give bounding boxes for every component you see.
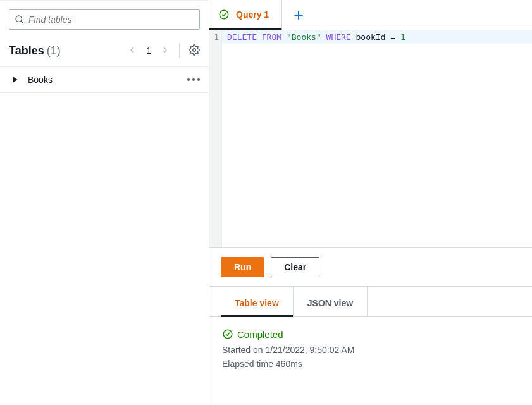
keyword: FROM bbox=[262, 32, 281, 42]
query-tabs: Query 1 bbox=[209, 0, 532, 30]
number: 1 bbox=[400, 32, 405, 42]
keyword: WHERE bbox=[326, 32, 351, 42]
svg-point-4 bbox=[220, 10, 228, 19]
svg-point-7 bbox=[223, 330, 232, 339]
run-button[interactable]: Run bbox=[221, 257, 264, 277]
more-button[interactable] bbox=[187, 78, 200, 81]
code-editor[interactable]: 1 DELETE FROM "Books" WHERE bookId = 1 bbox=[209, 30, 532, 247]
pager-number: 1 bbox=[146, 46, 151, 56]
search-container bbox=[0, 1, 209, 37]
caret-right-icon bbox=[11, 76, 19, 84]
result-tabs: Table view JSON view bbox=[209, 287, 532, 317]
status-label: Completed bbox=[237, 329, 283, 340]
divider bbox=[179, 44, 180, 58]
editor-rest bbox=[222, 44, 532, 247]
line-number: 1 bbox=[209, 30, 222, 44]
status-block: Completed Started on 1/21/2022, 9:50:02 … bbox=[209, 317, 532, 384]
table-name: Books bbox=[28, 75, 53, 85]
search-input[interactable] bbox=[28, 15, 194, 25]
tables-count: (1) bbox=[47, 44, 61, 58]
string: "Books" bbox=[287, 32, 321, 42]
table-row[interactable]: Books bbox=[0, 67, 209, 93]
tab-json-view[interactable]: JSON view bbox=[294, 287, 368, 317]
add-tab-button[interactable] bbox=[282, 0, 315, 30]
settings-button[interactable] bbox=[189, 44, 200, 58]
clear-button[interactable]: Clear bbox=[271, 257, 319, 277]
tab-label: Query 1 bbox=[236, 9, 269, 20]
pager: 1 bbox=[127, 44, 200, 58]
svg-marker-3 bbox=[13, 77, 17, 83]
code-content: DELETE FROM "Books" WHERE bookId = 1 bbox=[222, 30, 532, 44]
sidebar: Tables (1) 1 Books bbox=[0, 0, 209, 405]
identifier: bookId = bbox=[356, 32, 396, 42]
plus-icon bbox=[292, 9, 305, 22]
code-line: 1 DELETE FROM "Books" WHERE bookId = 1 bbox=[209, 30, 532, 44]
svg-point-2 bbox=[193, 48, 196, 51]
gear-icon bbox=[189, 44, 200, 56]
pager-prev[interactable] bbox=[127, 45, 137, 57]
status-line: Completed bbox=[222, 328, 519, 340]
main: Query 1 1 DELETE FROM "Books" WHERE b bbox=[209, 0, 532, 405]
editor-empty-area[interactable] bbox=[209, 44, 532, 247]
tables-title: Tables bbox=[9, 44, 44, 58]
tables-header: Tables (1) 1 bbox=[0, 37, 209, 67]
search-icon bbox=[15, 15, 25, 25]
svg-line-1 bbox=[21, 21, 23, 23]
svg-point-0 bbox=[16, 16, 22, 22]
tab-query-1[interactable]: Query 1 bbox=[209, 0, 282, 30]
action-bar: Run Clear bbox=[209, 247, 532, 287]
check-circle-icon bbox=[222, 328, 233, 340]
tab-table-view[interactable]: Table view bbox=[221, 287, 294, 317]
status-elapsed: Elapsed time 460ms bbox=[222, 359, 519, 369]
keyword: DELETE bbox=[227, 32, 257, 42]
status-started: Started on 1/21/2022, 9:50:02 AM bbox=[222, 345, 519, 355]
pager-next[interactable] bbox=[160, 45, 170, 57]
search-input-wrapper[interactable] bbox=[9, 9, 200, 30]
gutter-bg bbox=[209, 44, 222, 247]
check-circle-icon bbox=[218, 9, 230, 20]
